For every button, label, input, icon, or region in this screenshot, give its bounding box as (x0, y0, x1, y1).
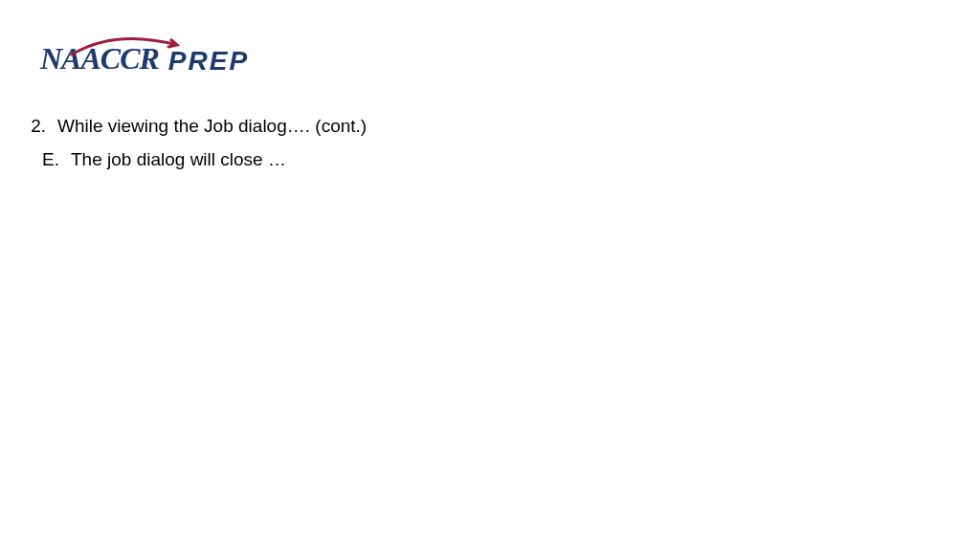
list-item-main: 2. While viewing the Job dialog…. (cont.… (19, 113, 367, 141)
list-text-sub: The job dialog will close … (71, 146, 286, 174)
list-item-sub: E. The job dialog will close … (33, 146, 367, 174)
logo-brand: NAACCR (40, 41, 159, 77)
slide-content: 2. While viewing the Job dialog…. (cont.… (19, 113, 367, 173)
list-marker-main: 2. (19, 113, 46, 141)
list-text-main: While viewing the Job dialog…. (cont.) (57, 113, 367, 141)
list-marker-sub: E. (33, 146, 59, 174)
logo-swoosh-icon (67, 33, 182, 62)
logo-area: NAACCR PREP (40, 40, 249, 77)
